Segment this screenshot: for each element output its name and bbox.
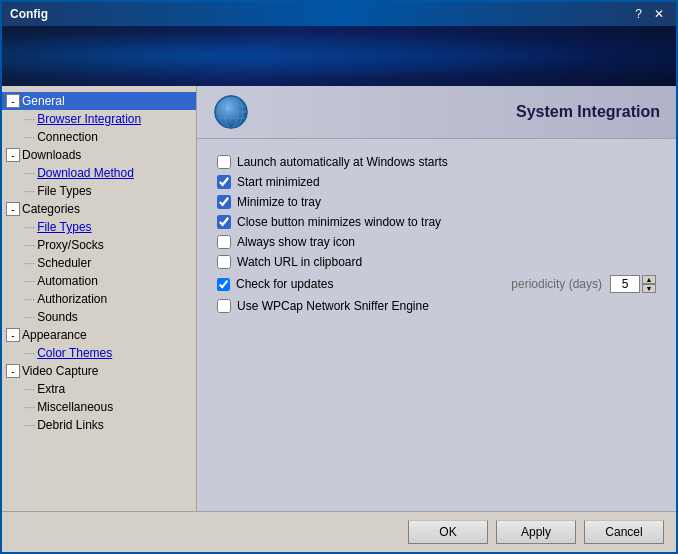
tree-line: ···· bbox=[24, 132, 35, 143]
sidebar-label-color-themes: Color Themes bbox=[37, 346, 112, 360]
sidebar-item-downloads[interactable]: -Downloads bbox=[2, 146, 196, 164]
checkbox-close-minimizes[interactable] bbox=[217, 215, 231, 229]
option-row-always-tray: Always show tray icon bbox=[217, 235, 656, 249]
sidebar-item-proxy-socks[interactable]: ····Proxy/Socks bbox=[2, 236, 196, 254]
expander-icon-general[interactable]: - bbox=[6, 94, 20, 108]
option-row-watch-url: Watch URL in clipboard bbox=[217, 255, 656, 269]
tree-line: ···· bbox=[24, 402, 35, 413]
sidebar-label-video-capture: Video Capture bbox=[22, 364, 99, 378]
system-integration-icon bbox=[213, 94, 249, 130]
sidebar-label-automation: Automation bbox=[37, 274, 98, 288]
sidebar-item-download-method[interactable]: ····Download Method bbox=[2, 164, 196, 182]
spin-up-button[interactable]: ▲ bbox=[642, 275, 656, 284]
option-row-launch-auto: Launch automatically at Windows starts bbox=[217, 155, 656, 169]
sidebar-item-browser-integration[interactable]: ····Browser Integration bbox=[2, 110, 196, 128]
sidebar-item-video-capture[interactable]: -Video Capture bbox=[2, 362, 196, 380]
expander-icon-appearance[interactable]: - bbox=[6, 328, 20, 342]
label-launch-auto: Launch automatically at Windows starts bbox=[237, 155, 448, 169]
sidebar-item-file-types[interactable]: ····File Types bbox=[2, 182, 196, 200]
panel-title: System Integration bbox=[516, 103, 660, 121]
sidebar-item-appearance[interactable]: -Appearance bbox=[2, 326, 196, 344]
tree-line: ···· bbox=[24, 168, 35, 179]
checkbox-watch-url[interactable] bbox=[217, 255, 231, 269]
option-row-close-minimizes: Close button minimizes window to tray bbox=[217, 215, 656, 229]
option-row-use-wpcap: Use WPCap Network Sniffer Engine bbox=[217, 299, 656, 313]
config-window: Config ? ✕ -General····Browser Integrati… bbox=[0, 0, 678, 554]
sidebar-item-automation[interactable]: ····Automation bbox=[2, 272, 196, 290]
ok-button[interactable]: OK bbox=[408, 520, 488, 544]
checkbox-start-minimized[interactable] bbox=[217, 175, 231, 189]
sidebar-label-appearance: Appearance bbox=[22, 328, 87, 342]
sidebar-label-download-method: Download Method bbox=[37, 166, 134, 180]
option-row-minimize-tray: Minimize to tray bbox=[217, 195, 656, 209]
sidebar-item-categories[interactable]: -Categories bbox=[2, 200, 196, 218]
sidebar-item-scheduler[interactable]: ····Scheduler bbox=[2, 254, 196, 272]
sidebar-label-miscellaneous: Miscellaneous bbox=[37, 400, 113, 414]
periodicity-container: periodicity (days)▲▼ bbox=[511, 275, 656, 293]
checkbox-use-wpcap[interactable] bbox=[217, 299, 231, 313]
sidebar-label-downloads: Downloads bbox=[22, 148, 81, 162]
sidebar-label-connection: Connection bbox=[37, 130, 98, 144]
tree-line: ···· bbox=[24, 222, 35, 233]
tree-line: ···· bbox=[24, 114, 35, 125]
title-bar-controls: ? ✕ bbox=[631, 7, 668, 21]
sidebar-item-extra[interactable]: ····Extra bbox=[2, 380, 196, 398]
sidebar-label-debrid-links: Debrid Links bbox=[37, 418, 104, 432]
expander-icon-categories[interactable]: - bbox=[6, 202, 20, 216]
sidebar-item-connection[interactable]: ····Connection bbox=[2, 128, 196, 146]
sidebar-label-cat-file-types: File Types bbox=[37, 220, 91, 234]
tree-line: ···· bbox=[24, 186, 35, 197]
option-row-check-updates: Check for updatesperiodicity (days)▲▼ bbox=[217, 275, 656, 293]
label-start-minimized: Start minimized bbox=[237, 175, 320, 189]
label-close-minimizes: Close button minimizes window to tray bbox=[237, 215, 441, 229]
checkbox-always-tray[interactable] bbox=[217, 235, 231, 249]
periodicity-input[interactable] bbox=[610, 275, 640, 293]
sidebar-item-color-themes[interactable]: ····Color Themes bbox=[2, 344, 196, 362]
right-panel: System Integration Launch automatically … bbox=[197, 86, 676, 511]
sidebar-item-general[interactable]: -General bbox=[2, 92, 196, 110]
sidebar: -General····Browser Integration····Conne… bbox=[2, 86, 197, 511]
panel-header: System Integration bbox=[197, 86, 676, 139]
button-bar: OK Apply Cancel bbox=[2, 511, 676, 552]
cancel-button[interactable]: Cancel bbox=[584, 520, 664, 544]
expander-icon-video-capture[interactable]: - bbox=[6, 364, 20, 378]
window-title: Config bbox=[10, 7, 48, 21]
help-button[interactable]: ? bbox=[631, 7, 646, 21]
sidebar-item-sounds[interactable]: ····Sounds bbox=[2, 308, 196, 326]
title-bar-left: Config bbox=[10, 7, 48, 21]
sidebar-label-proxy-socks: Proxy/Socks bbox=[37, 238, 104, 252]
checkbox-minimize-tray[interactable] bbox=[217, 195, 231, 209]
label-check-updates: Check for updates bbox=[236, 277, 333, 291]
label-always-tray: Always show tray icon bbox=[237, 235, 355, 249]
panel-body: Launch automatically at Windows startsSt… bbox=[197, 139, 676, 511]
sidebar-label-general: General bbox=[22, 94, 65, 108]
option-row-start-minimized: Start minimized bbox=[217, 175, 656, 189]
close-button[interactable]: ✕ bbox=[650, 7, 668, 21]
sidebar-item-authorization[interactable]: ····Authorization bbox=[2, 290, 196, 308]
apply-button[interactable]: Apply bbox=[496, 520, 576, 544]
sidebar-item-miscellaneous[interactable]: ····Miscellaneous bbox=[2, 398, 196, 416]
sidebar-label-categories: Categories bbox=[22, 202, 80, 216]
spin-down-button[interactable]: ▼ bbox=[642, 284, 656, 293]
sidebar-item-debrid-links[interactable]: ····Debrid Links bbox=[2, 416, 196, 434]
sidebar-label-file-types: File Types bbox=[37, 184, 91, 198]
expander-icon-downloads[interactable]: - bbox=[6, 148, 20, 162]
checkbox-check-updates[interactable] bbox=[217, 278, 230, 291]
sidebar-label-browser-integration: Browser Integration bbox=[37, 112, 141, 126]
sidebar-label-scheduler: Scheduler bbox=[37, 256, 91, 270]
tree-line: ···· bbox=[24, 312, 35, 323]
sidebar-label-authorization: Authorization bbox=[37, 292, 107, 306]
tree-line: ···· bbox=[24, 276, 35, 287]
tree-line: ···· bbox=[24, 258, 35, 269]
sidebar-label-sounds: Sounds bbox=[37, 310, 78, 324]
sidebar-item-cat-file-types[interactable]: ····File Types bbox=[2, 218, 196, 236]
spin-buttons: ▲▼ bbox=[642, 275, 656, 293]
tree-line: ···· bbox=[24, 240, 35, 251]
label-watch-url: Watch URL in clipboard bbox=[237, 255, 362, 269]
main-content: -General····Browser Integration····Conne… bbox=[2, 86, 676, 511]
spin-container: ▲▼ bbox=[610, 275, 656, 293]
tree-line: ···· bbox=[24, 420, 35, 431]
checkbox-launch-auto[interactable] bbox=[217, 155, 231, 169]
label-use-wpcap: Use WPCap Network Sniffer Engine bbox=[237, 299, 429, 313]
tree-line: ···· bbox=[24, 384, 35, 395]
